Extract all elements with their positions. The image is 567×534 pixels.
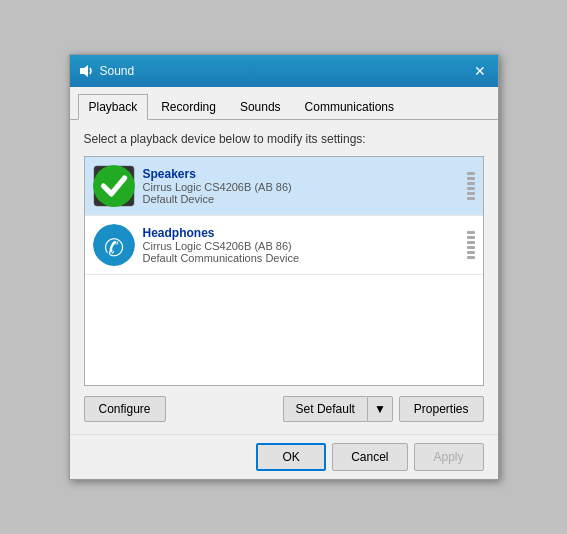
speakers-status: Default Device — [143, 193, 459, 205]
window-title: Sound — [100, 64, 135, 78]
close-button[interactable]: ✕ — [470, 61, 490, 81]
apply-button[interactable]: Apply — [414, 443, 484, 471]
device-item-headphones[interactable]: ✆ Headphones Cirrus Logic CS4206B (AB 86… — [85, 216, 483, 275]
headphones-status: Default Communications Device — [143, 252, 459, 264]
configure-button[interactable]: Configure — [84, 396, 166, 422]
tab-playback[interactable]: Playback — [78, 94, 149, 120]
speakers-icon-wrap — [93, 165, 135, 207]
speakers-name: Speakers — [143, 167, 459, 181]
sound-dialog: Sound ✕ Playback Recording Sounds Commun… — [69, 54, 499, 480]
tab-bar: Playback Recording Sounds Communications — [70, 87, 498, 120]
title-bar-left: Sound — [78, 63, 135, 79]
headphones-info: Headphones Cirrus Logic CS4206B (AB 86) … — [143, 226, 459, 264]
speakers-info: Speakers Cirrus Logic CS4206B (AB 86) De… — [143, 167, 459, 205]
cancel-button[interactable]: Cancel — [332, 443, 407, 471]
tab-content: Select a playback device below to modify… — [70, 120, 498, 434]
speakers-status-badge — [93, 165, 135, 207]
dialog-footer: OK Cancel Apply — [70, 434, 498, 479]
tab-communications[interactable]: Communications — [294, 94, 405, 120]
svg-point-6 — [93, 165, 135, 207]
headphones-detail: Cirrus Logic CS4206B (AB 86) — [143, 240, 459, 252]
headphones-status-badge: ✆ — [93, 224, 135, 266]
headphones-volume — [467, 231, 475, 259]
svg-text:✆: ✆ — [104, 235, 124, 261]
set-default-dropdown[interactable]: ▼ — [367, 396, 393, 422]
set-default-button[interactable]: Set Default — [283, 396, 367, 422]
properties-button[interactable]: Properties — [399, 396, 484, 422]
toolbar-buttons: Configure Set Default ▼ Properties — [84, 396, 484, 422]
ok-button[interactable]: OK — [256, 443, 326, 471]
window-icon — [78, 63, 94, 79]
svg-marker-0 — [80, 65, 88, 77]
speakers-detail: Cirrus Logic CS4206B (AB 86) — [143, 181, 459, 193]
set-default-group: Set Default ▼ — [283, 396, 393, 422]
headphones-name: Headphones — [143, 226, 459, 240]
right-buttons: Set Default ▼ Properties — [283, 396, 484, 422]
title-bar: Sound ✕ — [70, 55, 498, 87]
device-list[interactable]: Speakers Cirrus Logic CS4206B (AB 86) De… — [84, 156, 484, 386]
tab-recording[interactable]: Recording — [150, 94, 227, 120]
headphones-icon-wrap: ✆ — [93, 224, 135, 266]
tab-sounds[interactable]: Sounds — [229, 94, 292, 120]
device-item-speakers[interactable]: Speakers Cirrus Logic CS4206B (AB 86) De… — [85, 157, 483, 216]
speakers-volume — [467, 172, 475, 200]
content-description: Select a playback device below to modify… — [84, 132, 484, 146]
